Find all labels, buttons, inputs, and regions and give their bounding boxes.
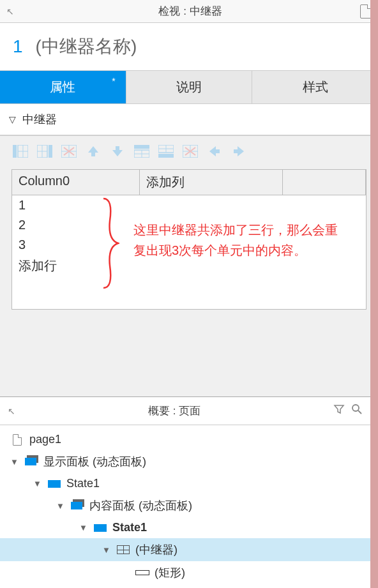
right-edge-strip <box>370 0 378 588</box>
tree-label: (中继器) <box>135 542 178 557</box>
chevron-down-icon[interactable]: ▼ <box>79 523 88 532</box>
tree-label: State1 <box>112 521 147 534</box>
svg-rect-0 <box>13 145 17 158</box>
inspector-title: 检视 : 中继器 <box>20 4 360 19</box>
svg-line-27 <box>358 411 361 414</box>
chevron-down-icon[interactable]: ▼ <box>10 457 19 467</box>
page-icon <box>10 435 24 445</box>
tree-item-state[interactable]: ▼ State1 <box>0 517 370 538</box>
search-icon[interactable] <box>351 403 363 418</box>
insert-col-left-icon[interactable] <box>13 145 28 158</box>
outline-header: ↖ 概要 : 页面 <box>0 397 370 425</box>
table-cell[interactable]: 2 <box>12 215 366 235</box>
tree-item-dynamic-panel[interactable]: ▼ 内容面板 (动态面板) <box>0 494 370 517</box>
table-spacer <box>12 277 366 309</box>
move-right-icon[interactable] <box>231 145 246 158</box>
tab-style[interactable]: 样式 <box>252 71 378 103</box>
delete-col-icon[interactable] <box>61 145 77 158</box>
state-icon <box>47 479 61 489</box>
dynamic-panel-icon <box>70 501 84 511</box>
repeater-toolbar <box>0 136 378 167</box>
tree-item-state[interactable]: ▼ State1 <box>0 473 370 494</box>
tab-properties-label: 属性 <box>50 80 75 94</box>
state-icon <box>93 523 107 533</box>
repeater-section-header[interactable]: ▽ 中继器 <box>0 104 378 136</box>
svg-rect-4 <box>49 145 52 158</box>
tree-item-repeater[interactable]: ▼ (中继器) <box>0 538 370 561</box>
chevron-down-icon[interactable]: ▼ <box>56 501 65 511</box>
tree-item-rect[interactable]: (矩形) <box>0 561 370 584</box>
insert-row-above-icon[interactable] <box>134 145 149 158</box>
tab-notes[interactable]: 说明 <box>126 71 253 103</box>
add-row-cell[interactable]: 添加行 <box>12 255 366 277</box>
section-title: 中继器 <box>22 112 57 127</box>
tree-item-dynamic-panel[interactable]: ▼ 显示面板 (动态面板) <box>0 450 370 473</box>
outline-tree: page1 ▼ 显示面板 (动态面板) ▼ State1 ▼ 内容面板 (动态面… <box>0 425 370 588</box>
svg-rect-13 <box>134 145 149 149</box>
chevron-down-icon[interactable]: ▼ <box>102 545 111 555</box>
repeater-icon <box>116 545 130 555</box>
widget-index: 1 <box>13 36 23 57</box>
widget-name-row: 1 (中继器名称) <box>0 23 378 70</box>
column-header-0[interactable]: Column0 <box>12 170 140 195</box>
insert-row-below-icon[interactable] <box>158 145 174 158</box>
inspector-header: ↖ 检视 : 中继器 <box>0 0 378 23</box>
move-down-icon[interactable] <box>110 145 125 158</box>
svg-rect-17 <box>158 154 174 158</box>
move-left-icon[interactable] <box>207 145 222 158</box>
table-cell[interactable]: 3 <box>12 235 366 255</box>
repeater-dataset-table[interactable]: Column0 添加列 1 2 3 添加行 这里中继器共添加了三行，那么会重复出… <box>11 169 367 310</box>
delete-row-icon[interactable] <box>183 145 198 158</box>
chevron-down-icon: ▽ <box>9 114 16 124</box>
tree-label: (矩形) <box>155 565 185 580</box>
tree-label: 内容面板 (动态面板) <box>89 498 192 513</box>
dynamic-panel-icon <box>24 456 38 467</box>
inspector-tabs: 属性 * 说明 样式 <box>0 70 378 104</box>
popout-icon[interactable]: ↖ <box>6 6 14 17</box>
chevron-down-icon[interactable]: ▼ <box>33 479 42 488</box>
widget-name-input[interactable]: (中继器名称) <box>36 34 137 59</box>
add-column-cell[interactable]: 添加列 <box>140 170 283 195</box>
tree-item-page[interactable]: page1 <box>0 429 370 450</box>
table-header-row: Column0 添加列 <box>12 170 366 195</box>
popout-icon[interactable]: ↖ <box>8 406 15 416</box>
tree-label: page1 <box>29 433 61 446</box>
outline-panel: ↖ 概要 : 页面 page1 ▼ 显示面板 (动态面板) ▼ State1 <box>0 396 370 588</box>
svg-point-26 <box>352 405 359 411</box>
tree-label: State1 <box>66 477 100 490</box>
outline-title: 概要 : 页面 <box>22 403 327 418</box>
insert-col-right-icon[interactable] <box>37 145 52 158</box>
dirty-indicator: * <box>112 76 115 86</box>
filter-icon[interactable] <box>333 403 345 418</box>
column-header-blank <box>283 170 366 195</box>
tab-properties[interactable]: 属性 * <box>0 71 126 103</box>
move-up-icon[interactable] <box>86 145 101 158</box>
tree-label: 显示面板 (动态面板) <box>43 454 146 469</box>
table-cell[interactable]: 1 <box>12 195 366 215</box>
rectangle-icon <box>135 568 149 578</box>
